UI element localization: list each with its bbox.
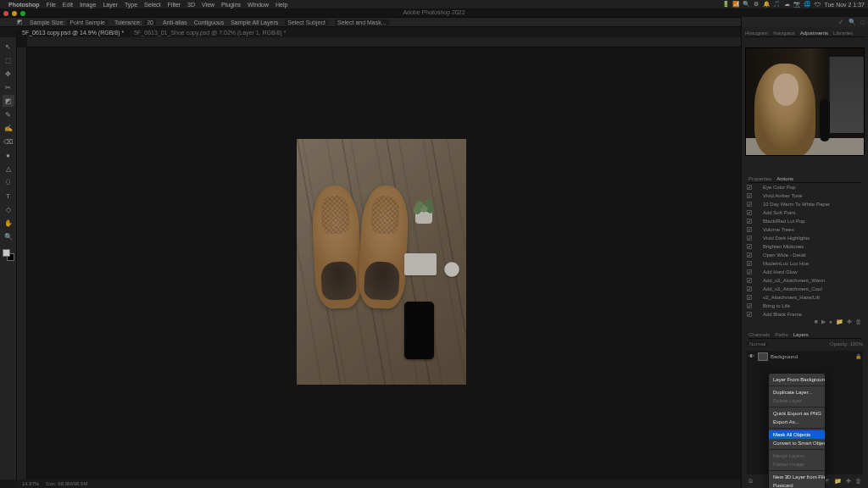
visibility-icon[interactable]: 👁 — [748, 353, 755, 359]
select-and-mask-button[interactable]: Select and Mask... — [335, 19, 389, 25]
path-tool[interactable]: ◇ — [3, 203, 14, 215]
action-checkbox[interactable]: ✓ — [747, 278, 752, 283]
action-checkbox[interactable]: ✓ — [747, 244, 752, 249]
menu-window[interactable]: Window — [248, 2, 269, 8]
action-row[interactable]: ✓Open Wide - Detail — [745, 251, 865, 259]
lasso-tool[interactable]: ✥ — [3, 68, 14, 80]
action-checkbox[interactable]: ✓ — [747, 227, 752, 232]
tab-actions[interactable]: Actions — [776, 176, 793, 181]
tab-histogram[interactable]: Histogram — [745, 30, 768, 36]
action-row[interactable]: ✓ModernLux Lux Hue — [745, 259, 865, 268]
crop-tool[interactable]: ✂ — [3, 81, 14, 93]
new-set-icon[interactable]: 📁 — [836, 319, 843, 327]
status-icon[interactable]: 🛡 — [814, 1, 821, 8]
doc-size[interactable]: Doc: 98.9M/98.9M — [46, 481, 87, 486]
pen-tool[interactable]: △ — [3, 163, 14, 175]
menubar-app[interactable]: Photoshop — [8, 2, 40, 8]
menu-3d[interactable]: 3D — [187, 2, 195, 8]
menu-plugins[interactable]: Plugins — [221, 2, 241, 8]
gradient-tool[interactable]: ● — [3, 149, 14, 161]
context-menu-item[interactable]: New 3D Layer from File... — [769, 473, 825, 481]
select-subject-button[interactable]: Select Subject — [285, 19, 328, 25]
action-row[interactable]: ✓Volume Trees — [745, 225, 865, 234]
status-icon[interactable]: 📶 — [732, 1, 739, 8]
horizontal-ruler[interactable] — [27, 37, 741, 47]
minimize-window-button[interactable] — [12, 11, 17, 16]
status-icon[interactable]: 🔔 — [763, 1, 770, 8]
context-menu-item[interactable]: Mask All Objects — [769, 430, 825, 439]
action-row[interactable]: ✓Eye Color Pop — [745, 183, 865, 191]
stop-icon[interactable]: ■ — [815, 319, 818, 327]
layer-row[interactable]: 👁 Background 🔒 — [747, 351, 863, 363]
eraser-tool[interactable]: ⌫ — [3, 136, 14, 147]
menu-type[interactable]: Type — [125, 2, 137, 8]
tab-properties[interactable]: Properties — [748, 176, 771, 181]
status-icon[interactable]: 🎵 — [773, 1, 780, 8]
zoom-tool[interactable]: 🔍 — [3, 230, 14, 242]
action-row[interactable]: ✓Vivid Amber Tone — [745, 191, 865, 200]
layer-name[interactable]: Background — [771, 354, 798, 359]
vertical-ruler[interactable] — [17, 47, 27, 480]
action-checkbox[interactable]: ✓ — [747, 295, 752, 300]
eyedropper-tool[interactable]: ✎ — [3, 108, 14, 120]
action-checkbox[interactable]: ✓ — [747, 261, 752, 266]
menu-edit[interactable]: Edit — [63, 2, 73, 8]
action-row[interactable]: ✓Bring to Life — [745, 302, 865, 310]
action-checkbox[interactable]: ✓ — [747, 219, 752, 224]
context-menu-item[interactable]: Quick Export as PNG — [769, 409, 825, 418]
action-checkbox[interactable]: ✓ — [747, 185, 752, 190]
antialias-checkbox[interactable]: Anti-alias — [163, 19, 187, 25]
context-menu-item[interactable]: Convert to Smart Object — [769, 439, 825, 447]
close-window-button[interactable] — [3, 11, 8, 16]
color-swatches[interactable] — [3, 249, 14, 261]
action-checkbox[interactable]: ✓ — [747, 286, 752, 291]
action-row[interactable]: ✓Vivid Dark Highlights — [745, 234, 865, 242]
marquee-tool[interactable]: ⬚ — [3, 54, 14, 66]
menu-file[interactable]: File — [47, 2, 56, 8]
sample-size-dropdown[interactable]: Point Sample — [67, 19, 108, 25]
blend-mode-dropdown[interactable]: Normal — [747, 341, 768, 347]
tool-preset-icon[interactable]: ◩ — [17, 19, 23, 25]
document-tab[interactable]: 5F_0613_01_Shoe copy.psd @ 7.02% (Layer … — [129, 30, 291, 36]
action-row[interactable]: ✓10 Day Warm To White Paper — [745, 200, 865, 208]
menu-view[interactable]: View — [202, 2, 214, 8]
status-icon[interactable]: 📷 — [793, 1, 800, 8]
tolerance-input[interactable]: 20 — [144, 19, 156, 25]
menubar-clock[interactable]: Tue Nov 2 1:37 — [824, 2, 865, 8]
document-tab[interactable]: 5F_0613 copy.psd @ 14.9% (RGB/8) * — [17, 30, 129, 36]
brush-tool[interactable]: ✍ — [3, 122, 14, 134]
status-icon[interactable]: 🌐 — [804, 1, 810, 8]
tab-libraries[interactable]: Libraries — [833, 30, 853, 36]
action-row[interactable]: ✓Add Hard Glow — [745, 268, 865, 276]
type-tool[interactable]: T — [3, 190, 14, 202]
shape-tool[interactable]: ⬯ — [3, 176, 14, 188]
play-icon[interactable]: ▶ — [821, 319, 826, 327]
layer-thumbnail[interactable] — [758, 352, 768, 361]
action-checkbox[interactable]: ✓ — [747, 312, 752, 317]
magic-wand-tool[interactable]: ◩ — [3, 95, 14, 107]
sample-all-layers-checkbox[interactable]: Sample All Layers — [231, 19, 278, 25]
hand-tool[interactable]: ✋ — [3, 217, 14, 229]
new-layer-icon[interactable]: ✚ — [846, 478, 851, 485]
action-row[interactable]: ✓Add_v2_Attachment_Cool — [745, 285, 865, 293]
action-row[interactable]: ✓Black/Red Lut Pop — [745, 217, 865, 225]
action-row[interactable]: ✓Brighten Midtones — [745, 242, 865, 251]
action-checkbox[interactable]: ✓ — [747, 236, 752, 241]
share-icon[interactable]: ⤢ — [838, 19, 843, 25]
delete-icon[interactable]: 🗑 — [855, 319, 861, 327]
context-menu-item[interactable]: Export As... — [769, 418, 825, 426]
canvas-area[interactable] — [17, 37, 741, 480]
action-checkbox[interactable]: ✓ — [747, 202, 752, 207]
opacity-label[interactable]: Opacity: 100% — [830, 341, 863, 347]
action-checkbox[interactable]: ✓ — [747, 210, 752, 215]
foreground-color-swatch[interactable] — [3, 249, 10, 257]
document-canvas[interactable] — [297, 139, 466, 385]
move-tool[interactable]: ↖ — [3, 41, 14, 53]
menu-layer[interactable]: Layer — [103, 2, 118, 8]
link-icon[interactable]: ⧉ — [748, 478, 753, 485]
menu-filter[interactable]: Filter — [168, 2, 181, 8]
action-checkbox[interactable]: ✓ — [747, 252, 752, 258]
zoom-window-button[interactable] — [20, 11, 25, 16]
contiguous-checkbox[interactable]: Contiguous — [194, 19, 224, 25]
menu-select[interactable]: Select — [144, 2, 160, 8]
